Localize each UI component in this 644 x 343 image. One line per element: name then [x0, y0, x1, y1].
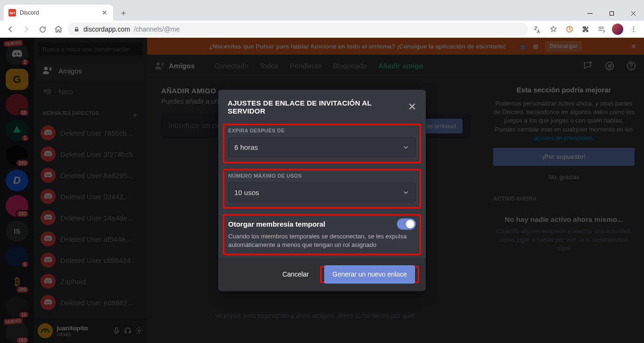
url-path: /channels/@me [134, 25, 180, 33]
modal-close-icon[interactable]: ✕ [408, 101, 416, 113]
svg-rect-1 [75, 29, 79, 31]
chevron-down-icon [402, 143, 410, 151]
uses-value: 10 usos [234, 188, 259, 196]
tab-title: Discord [20, 9, 97, 16]
highlight-expire: EXPIRA DESPUÉS DE 6 horas [223, 123, 421, 163]
chevron-down-icon [402, 188, 410, 196]
reading-list-icon[interactable] [595, 23, 608, 36]
discord-app: NUEVO 2 G 55 1 299 D 182 IS 6 ₿390 16 NU… [0, 38, 644, 343]
window-close-button[interactable] [622, 6, 644, 21]
window-maximize-button[interactable] [601, 6, 622, 21]
tab-close-icon[interactable]: ✕ [101, 9, 108, 16]
browser-menu-icon[interactable] [627, 23, 640, 36]
window-minimize-button[interactable] [579, 6, 601, 21]
invite-settings-modal: AJUSTES DE ENLACE DE INVITACIÓN AL SERVI… [218, 90, 426, 291]
svg-rect-0 [610, 11, 613, 15]
omnibox[interactable]: discordapp.com/channels/@me [68, 23, 528, 36]
title-bar [0, 0, 644, 4]
expire-value: 6 horas [234, 143, 258, 151]
temp-membership-desc: Cuando los miembros temporales se descon… [228, 232, 416, 249]
temp-membership-title: Otorgar membresía temporal [228, 220, 325, 228]
bookmark-star-icon[interactable] [547, 23, 560, 36]
generate-link-button[interactable]: Generar un nuevo enlace [324, 266, 415, 284]
extension-honey-icon[interactable] [563, 23, 576, 36]
svg-point-5 [633, 31, 634, 32]
modal-footer: Cancelar Generar un nuevo enlace [218, 258, 426, 291]
svg-point-3 [633, 26, 634, 27]
new-tab-button[interactable]: ＋ [117, 6, 130, 19]
uses-select[interactable]: 10 usos [228, 182, 416, 202]
modal-title: AJUSTES DE ENLACE DE INVITACIÓN AL SERVI… [228, 99, 408, 115]
window-controls [579, 6, 644, 21]
url-host: discordapp.com [83, 25, 130, 33]
nav-home-button[interactable] [52, 23, 65, 36]
lock-icon [74, 26, 80, 33]
browser-window: 1k+ Discord ✕ ＋ discordapp.com/channels [0, 0, 644, 343]
extensions-icon[interactable] [579, 23, 592, 36]
expire-label: EXPIRA DESPUÉS DE [228, 128, 416, 133]
uses-label: NÚMERO MÁXIMO DE USOS [228, 173, 416, 179]
tab-strip: 1k+ Discord ✕ ＋ [0, 4, 644, 21]
svg-point-4 [633, 29, 634, 30]
nav-reload-button[interactable] [36, 23, 49, 36]
expire-select[interactable]: 6 horas [228, 137, 416, 157]
profile-avatar[interactable] [611, 23, 624, 36]
highlight-uses: NÚMERO MÁXIMO DE USOS 10 usos [223, 169, 421, 208]
nav-back-button[interactable] [4, 23, 17, 36]
temp-membership-toggle[interactable] [397, 218, 416, 229]
discord-favicon-icon: 1k+ [8, 9, 16, 16]
nav-forward-button[interactable] [20, 23, 33, 36]
browser-toolbar: discordapp.com/channels/@me [0, 21, 644, 38]
browser-tab[interactable]: 1k+ Discord ✕ [4, 5, 113, 21]
highlight-temp: Otorgar membresía temporal Cuando los mi… [223, 214, 421, 255]
translate-icon[interactable] [531, 23, 544, 36]
cancel-button[interactable]: Cancelar [276, 266, 315, 283]
highlight-generate: Generar un nuevo enlace [320, 266, 419, 283]
